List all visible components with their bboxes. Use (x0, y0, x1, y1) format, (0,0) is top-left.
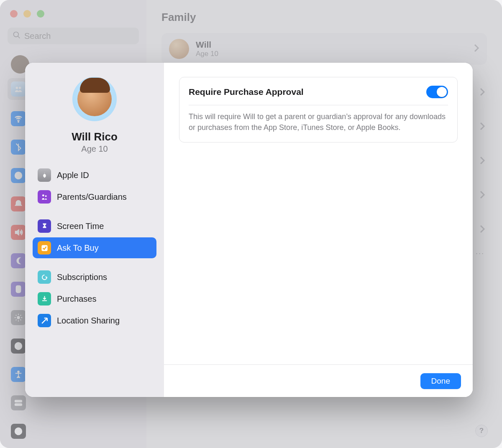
menu-item-subs[interactable]: Subscriptions (33, 267, 156, 288)
menu-item-appleid[interactable]: Apple ID (33, 165, 156, 186)
loc-icon (38, 314, 51, 327)
divider (189, 105, 448, 105)
sheet-menu: Apple IDParents/GuardiansScreen TimeAsk … (33, 165, 156, 331)
menu-item-loc[interactable]: Location Sharing (33, 310, 156, 331)
menu-item-label: Ask To Buy (57, 243, 99, 253)
menu-item-label: Screen Time (57, 221, 104, 231)
menu-item-screentime[interactable]: Screen Time (33, 216, 156, 237)
menu-item-label: Subscriptions (57, 272, 107, 282)
member-settings-sheet: Will Rico Age 10 Apple IDParents/Guardia… (25, 63, 473, 397)
screentime-icon (38, 219, 51, 233)
subs-icon (38, 270, 51, 284)
svg-point-19 (42, 194, 44, 196)
ask-icon (38, 241, 51, 255)
svg-rect-21 (41, 245, 47, 251)
member-age: Age 10 (81, 144, 108, 154)
purchase-approval-toggle[interactable] (426, 86, 448, 98)
menu-item-label: Parents/Guardians (57, 192, 127, 202)
parents-icon (38, 190, 51, 204)
done-button[interactable]: Done (420, 373, 461, 389)
member-avatar-large (72, 77, 117, 121)
member-full-name: Will Rico (72, 130, 118, 143)
menu-item-ask[interactable]: Ask To Buy (33, 237, 156, 258)
sheet-sidebar: Will Rico Age 10 Apple IDParents/Guardia… (25, 63, 164, 397)
menu-item-label: Purchases (57, 294, 97, 304)
menu-item-label: Apple ID (57, 171, 89, 180)
purchase-approval-card: Require Purchase Approval This will requ… (179, 77, 458, 143)
setting-description: This will require Will to get a parent o… (189, 111, 448, 133)
sheet-content: Require Purchase Approval This will requ… (164, 63, 473, 397)
menu-item-label: Location Sharing (57, 316, 120, 326)
menu-item-parents[interactable]: Parents/Guardians (33, 186, 156, 207)
setting-title: Require Purchase Approval (189, 87, 304, 97)
sheet-footer: Done (164, 364, 473, 397)
purch-icon (38, 292, 51, 305)
menu-item-purch[interactable]: Purchases (33, 288, 156, 309)
svg-point-20 (45, 195, 46, 197)
appleid-icon (38, 168, 51, 182)
